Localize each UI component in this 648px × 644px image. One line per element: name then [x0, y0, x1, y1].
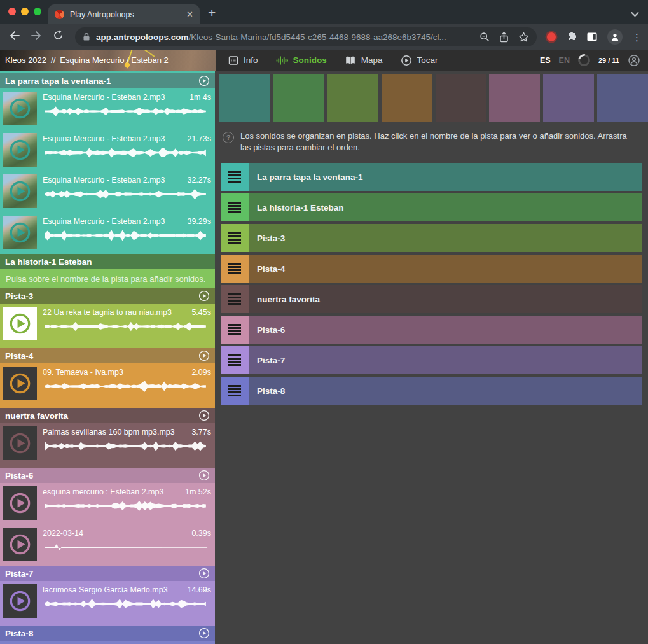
lang-en-button[interactable]: EN — [559, 56, 570, 65]
split-view-icon[interactable] — [586, 32, 598, 42]
track-row[interactable]: Pista-7 — [221, 346, 642, 374]
track-drag-handle[interactable] — [221, 255, 249, 283]
tab-mapa[interactable]: Mapa — [345, 55, 383, 66]
waveform — [43, 596, 209, 612]
reload-button[interactable] — [50, 30, 66, 44]
clip-thumbnail[interactable] — [3, 307, 37, 340]
clip-thumbnail[interactable] — [3, 92, 37, 125]
profile-avatar[interactable] — [607, 29, 623, 45]
track-row-bar[interactable]: Pista-6 — [249, 316, 642, 344]
account-icon[interactable] — [628, 54, 640, 67]
audio-clip[interactable]: 09. Temaeva - Iva.mp32.09s — [0, 363, 215, 408]
track-section-header[interactable]: Pista-3 — [0, 288, 215, 304]
track-section-header[interactable]: La historia-1 Esteban — [0, 254, 215, 269]
track-column-swatch[interactable] — [489, 74, 540, 122]
clip-thumbnail[interactable] — [3, 133, 37, 167]
track-row[interactable]: Pista-8 — [221, 377, 642, 405]
play-track-icon[interactable] — [198, 290, 210, 302]
track-drag-handle[interactable] — [221, 346, 249, 374]
audio-clip[interactable]: esquina mercurio : Esteban 2.mp31m 52s — [0, 483, 215, 524]
audio-clip[interactable]: lacrimosa Sergio García Merlo.mp314.69s — [0, 581, 215, 626]
track-column-swatch[interactable] — [273, 74, 324, 122]
minimize-window-button[interactable] — [21, 8, 29, 15]
tab-info[interactable]: Info — [228, 55, 258, 66]
track-column-swatch[interactable] — [436, 74, 486, 122]
track-row-bar[interactable]: Pista-7 — [249, 346, 642, 374]
audio-clip[interactable]: 22 Ua reka te tagnia to rau niau.mp35.45… — [0, 304, 215, 348]
audio-clip[interactable]: Esquina Mercurio - Esteban 2.mp339.29s — [0, 213, 215, 254]
track-row[interactable]: La historia-1 Esteban — [221, 193, 642, 221]
track-row-label: La historia-1 Esteban — [257, 203, 344, 213]
play-track-icon[interactable] — [198, 350, 210, 361]
close-window-button[interactable] — [8, 8, 16, 15]
track-row[interactable]: nuertra favorita — [221, 285, 642, 313]
track-section-header[interactable]: La parra tapa la ventana-1 — [0, 73, 215, 88]
share-icon[interactable] — [499, 32, 509, 43]
track-row-bar[interactable]: La parra tapa la ventana-1 — [249, 163, 642, 191]
browser-menu-icon[interactable]: ⋮ — [632, 36, 642, 39]
clip-thumbnail[interactable] — [3, 426, 37, 460]
track-row-bar[interactable]: nuertra favorita — [249, 285, 642, 313]
drag-handle-icon — [228, 232, 241, 244]
back-button[interactable] — [6, 31, 23, 44]
track-drag-handle[interactable] — [221, 163, 249, 191]
address-bar[interactable]: app.antropoloops.com/Kleos-Santa-Marina/… — [75, 27, 537, 46]
track-column-swatch[interactable] — [543, 74, 594, 122]
recording-indicator-icon[interactable] — [547, 32, 556, 41]
tab-search-chevron-icon[interactable] — [631, 8, 639, 20]
play-track-icon[interactable] — [198, 470, 210, 481]
play-track-icon[interactable] — [198, 75, 210, 87]
tab-sonidos[interactable]: Sonidos — [276, 55, 327, 66]
new-tab-button[interactable]: + — [208, 5, 216, 20]
track-drag-handle[interactable] — [221, 193, 249, 221]
track-row[interactable]: Pista-6 — [221, 316, 642, 344]
track-row[interactable]: Pista-4 — [221, 255, 642, 283]
waveform — [43, 145, 209, 160]
clip-thumbnail[interactable] — [3, 367, 37, 400]
track-drag-handle[interactable] — [221, 285, 249, 313]
tab-tocar[interactable]: Tocar — [401, 55, 438, 66]
clip-title: lacrimosa Sergio García Merlo.mp3 — [43, 585, 173, 594]
track-row-bar[interactable]: Pista-8 — [249, 377, 642, 405]
browser-tab[interactable]: Play Antropoloops ✕ — [48, 4, 200, 24]
clip-thumbnail[interactable] — [3, 486, 37, 520]
audio-clip[interactable]: Esquina Mercurio - Esteban 2.mp321.73s — [0, 130, 215, 171]
lang-es-button[interactable]: ES — [540, 56, 551, 65]
track-drag-handle[interactable] — [221, 316, 249, 344]
track-column-swatch[interactable] — [327, 74, 378, 122]
track-drag-handle[interactable] — [221, 224, 249, 252]
track-section-header[interactable]: nuertra favorita — [0, 408, 215, 423]
track-column-swatch[interactable] — [382, 74, 432, 122]
track-row-bar[interactable]: Pista-4 — [249, 255, 642, 283]
track-row-bar[interactable]: Pista-3 — [249, 224, 642, 252]
play-track-icon[interactable] — [198, 627, 210, 639]
close-tab-icon[interactable]: ✕ — [186, 10, 193, 19]
audio-clip[interactable]: Esquina Mercurio - Esteban 2.mp332.27s — [0, 171, 215, 213]
track-row[interactable]: Pista-3 — [221, 224, 642, 252]
track-section-header[interactable]: Pista-6 — [0, 468, 215, 483]
zoom-icon[interactable] — [479, 32, 490, 42]
track-row[interactable]: La parra tapa la ventana-1 — [221, 163, 642, 191]
track-column-swatch[interactable] — [219, 74, 270, 122]
audio-clip[interactable]: 2022-03-140.39s — [0, 524, 215, 566]
maximize-window-button[interactable] — [34, 8, 41, 15]
clip-thumbnail[interactable] — [3, 528, 37, 561]
track-section-header[interactable]: Pista-4 — [0, 348, 215, 363]
play-track-icon[interactable] — [198, 568, 210, 579]
play-track-icon[interactable] — [198, 410, 210, 421]
project-banner[interactable]: Kleos 2022//Esquina Mercurio / Esteban 2 — [0, 50, 216, 71]
track-section-header[interactable]: Pista-7 — [0, 566, 215, 581]
clip-thumbnail[interactable] — [3, 174, 37, 208]
forward-button[interactable] — [28, 31, 45, 44]
clip-thumbnail[interactable] — [3, 216, 37, 249]
bookmark-star-icon[interactable] — [518, 32, 529, 43]
audio-clip[interactable]: Palmas sevillanas 160 bpm mp3.mp33.77s — [0, 423, 215, 468]
audio-clip[interactable]: Esquina Mercurio - Esteban 2.mp31m 4s — [0, 88, 215, 130]
breadcrumb-separator: // — [51, 55, 55, 65]
track-column-swatch[interactable] — [597, 74, 648, 122]
clip-thumbnail[interactable] — [3, 584, 37, 618]
extensions-puzzle-icon[interactable] — [565, 31, 577, 43]
track-section-header[interactable]: Pista-8 — [0, 626, 215, 641]
track-drag-handle[interactable] — [221, 377, 249, 405]
track-row-bar[interactable]: La historia-1 Esteban — [249, 193, 642, 221]
